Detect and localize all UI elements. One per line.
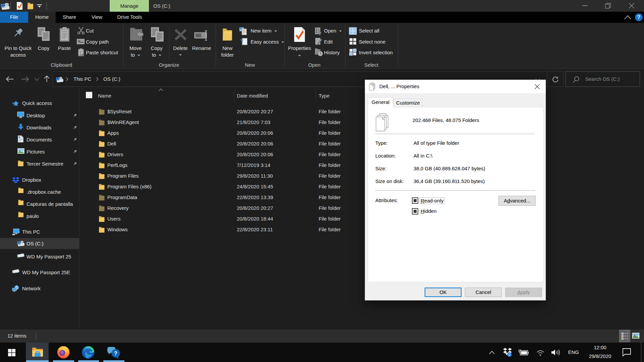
svg-text:?: ? (114, 351, 117, 356)
